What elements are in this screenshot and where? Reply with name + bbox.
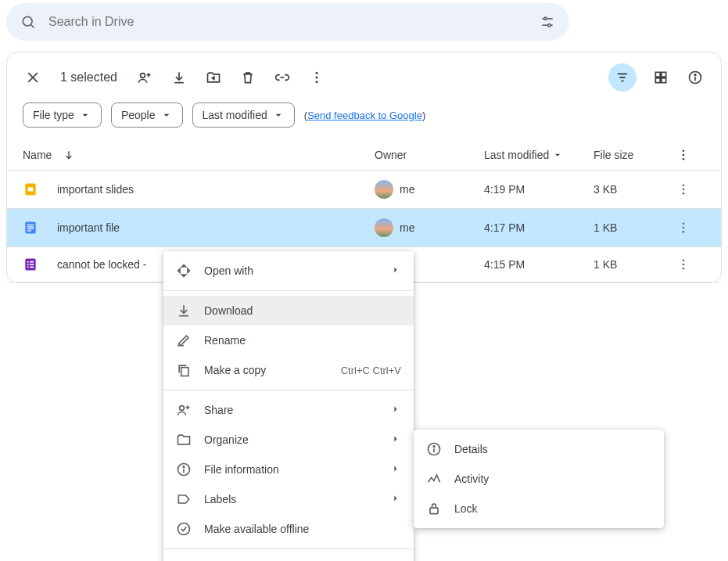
svg-point-41	[683, 231, 685, 233]
svg-rect-44	[30, 261, 34, 263]
svg-point-49	[683, 259, 685, 261]
svg-point-8	[141, 74, 145, 78]
file-size: 3 KB	[594, 183, 672, 196]
selection-count: 1 selected	[60, 70, 117, 85]
svg-rect-38	[27, 230, 31, 231]
delete-button[interactable]	[238, 67, 258, 88]
svg-rect-18	[655, 72, 660, 77]
owner-name: me	[400, 183, 414, 196]
modified-date: 4:15 PM	[484, 258, 594, 271]
chevron-down-icon	[552, 149, 563, 160]
column-header-name[interactable]: Name	[23, 149, 375, 161]
svg-point-13	[315, 77, 317, 79]
svg-point-26	[683, 149, 685, 152]
chevron-right-icon	[390, 493, 401, 506]
column-header-modified[interactable]: Last modified	[484, 149, 594, 161]
menu-organize[interactable]: Organize	[163, 425, 414, 455]
row-more-button[interactable]	[672, 257, 695, 272]
search-icon	[17, 11, 39, 33]
svg-point-61	[178, 523, 190, 535]
svg-line-1	[31, 25, 34, 28]
modified-date: 4:17 PM	[484, 221, 594, 234]
menu-share[interactable]: Share	[163, 395, 414, 425]
menu-open-with[interactable]: Open with	[163, 256, 414, 286]
search-bar[interactable]	[6, 3, 569, 41]
svg-point-51	[683, 268, 685, 270]
svg-rect-30	[28, 188, 34, 192]
chip-label: Last modified	[203, 109, 267, 121]
file-name: important slides	[57, 183, 134, 196]
download-button[interactable]	[169, 67, 189, 88]
copy-icon	[176, 362, 192, 378]
menu-divider	[163, 290, 414, 291]
tune-icon[interactable]	[536, 11, 558, 33]
more-actions-button[interactable]	[307, 67, 327, 88]
share-button[interactable]	[134, 67, 155, 88]
chip-file-type[interactable]: File type	[23, 102, 102, 128]
row-more-button[interactable]	[672, 221, 695, 235]
menu-rename[interactable]: Rename	[163, 325, 414, 355]
file-size: 1 KB	[594, 258, 672, 271]
svg-point-60	[183, 466, 185, 468]
submenu-lock[interactable]: Lock	[414, 494, 664, 523]
info-icon	[176, 462, 192, 477]
feedback-link[interactable]: Send feedback to Google	[307, 110, 422, 121]
svg-point-0	[23, 16, 32, 26]
file-information-submenu: Details Activity Lock	[414, 430, 664, 528]
move-button[interactable]	[203, 67, 224, 88]
svg-point-27	[683, 154, 685, 156]
menu-labels[interactable]: Labels	[163, 484, 414, 514]
chevron-right-icon	[390, 264, 401, 278]
feedback-text: (Send feedback to Google)	[304, 110, 425, 121]
menu-make-copy[interactable]: Make a copy Ctrl+C Ctrl+V	[163, 355, 414, 385]
close-selection-button[interactable]	[23, 67, 43, 88]
info-button[interactable]	[685, 67, 705, 88]
filter-toggle-button[interactable]	[608, 63, 637, 92]
rename-icon	[176, 333, 192, 348]
row-more-button[interactable]	[672, 182, 695, 196]
submenu-activity[interactable]: Activity	[414, 464, 664, 494]
svg-point-24	[694, 74, 696, 76]
chevron-down-icon	[160, 109, 173, 121]
chevron-right-icon	[390, 404, 401, 417]
share-icon	[176, 402, 192, 418]
sort-down-icon	[63, 149, 75, 161]
download-icon	[176, 303, 192, 318]
svg-rect-20	[655, 78, 660, 83]
menu-file-information[interactable]: File information	[163, 455, 414, 484]
slides-icon	[23, 182, 38, 197]
chip-people[interactable]: People	[111, 102, 183, 128]
svg-point-55	[180, 406, 185, 411]
table-row[interactable]: important slides me 4:19 PM 3 KB	[7, 171, 721, 209]
modified-date: 4:19 PM	[484, 183, 594, 196]
link-button[interactable]	[272, 67, 292, 88]
svg-rect-67	[430, 508, 438, 514]
search-input[interactable]	[39, 15, 536, 29]
column-header-owner[interactable]: Owner	[375, 149, 484, 161]
menu-download[interactable]: Download	[163, 296, 414, 325]
svg-point-43	[27, 261, 29, 263]
svg-point-5	[548, 24, 550, 27]
svg-point-31	[683, 184, 685, 186]
column-header-size[interactable]: File size	[594, 149, 672, 161]
svg-rect-37	[27, 228, 34, 229]
avatar	[375, 218, 393, 237]
svg-point-66	[433, 446, 435, 448]
submenu-details[interactable]: Details	[414, 434, 664, 464]
table-row[interactable]: important file me 4:17 PM 1 KB	[7, 209, 721, 247]
svg-point-45	[27, 264, 29, 265]
svg-point-28	[683, 158, 685, 160]
chip-last-modified[interactable]: Last modified	[192, 102, 295, 128]
svg-rect-34	[25, 222, 35, 234]
svg-point-33	[683, 192, 685, 195]
lock-icon	[426, 501, 442, 516]
context-menu: Open with Download Rename Make a copy Ct…	[163, 251, 414, 561]
svg-point-14	[315, 81, 317, 83]
file-size: 1 KB	[594, 221, 672, 234]
menu-divider	[163, 548, 414, 549]
grid-view-button[interactable]	[651, 67, 671, 88]
chip-label: People	[121, 109, 156, 121]
menu-available-offline[interactable]: Make available offline	[163, 514, 414, 544]
column-header-more[interactable]	[672, 148, 695, 162]
menu-move-to-trash[interactable]: Move to trash	[163, 554, 414, 561]
